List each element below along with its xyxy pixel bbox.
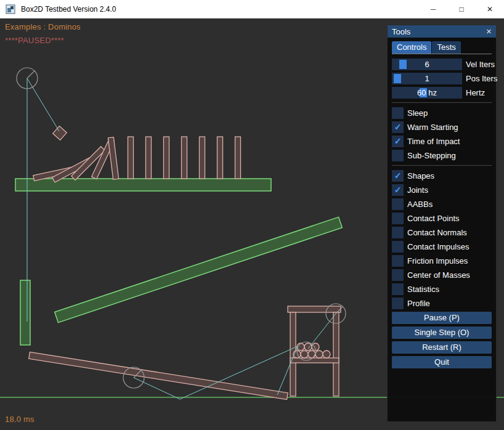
slider-label: Vel Iters <box>466 60 495 69</box>
checkbox-center-of-masses[interactable]: ✓ Center of Masses <box>392 269 492 281</box>
quit-button[interactable]: Quit <box>392 356 492 368</box>
bottom-plank <box>29 352 288 399</box>
domino <box>235 137 241 179</box>
checkbox-contact-normals[interactable]: ✓ Contact Normals <box>392 227 492 238</box>
checkbox-sub-stepping[interactable]: ✓ Sub-Stepping <box>392 150 492 161</box>
checkbox-label: Contact Normals <box>407 228 467 237</box>
checkbox-contact-impulses[interactable]: ✓ Contact Impulses <box>392 241 492 253</box>
checkbox-friction-impulses[interactable]: ✓ Friction Impulses <box>392 255 492 267</box>
example-label: Examples : Dominos <box>5 22 81 31</box>
checkbox-box[interactable]: ✓ <box>392 298 404 309</box>
domino <box>217 137 223 179</box>
slider-row-pos-iters: 1 Pos Iters <box>392 73 492 84</box>
checkbox-label: Joints <box>407 185 428 195</box>
tab-tests[interactable]: Tests <box>432 41 460 54</box>
checkbox-label: Warm Starting <box>407 123 458 132</box>
app-icon <box>6 4 15 14</box>
tools-panel-title: Tools <box>392 27 410 36</box>
tools-panel-body: Controls Tests 6 Vel Iters 1 Pos Iters <box>388 38 496 368</box>
checkbox-label: Contact Impulses <box>407 242 469 251</box>
separator <box>392 165 492 166</box>
checkbox-label: Sleep <box>407 108 428 118</box>
simulation-canvas[interactable]: Examples : Dominos ****PAUSED**** 18.0 m… <box>0 18 504 430</box>
panel-close-icon[interactable]: ✕ <box>486 28 492 36</box>
pos-iters-slider[interactable]: 1 <box>392 73 462 84</box>
checkbox-box[interactable]: ✓ <box>392 283 404 295</box>
window-title: Box2D Testbed Version 2.4.0 <box>21 5 116 14</box>
hertz-slider[interactable]: 60 hz <box>392 87 462 99</box>
domino <box>128 137 134 179</box>
checkbox-box[interactable]: ✓ <box>392 227 404 238</box>
slider-value: 6 <box>392 59 462 70</box>
frame-time-label: 18.0 ms <box>5 415 35 424</box>
checkbox-sleep[interactable]: ✓ Sleep <box>392 107 492 119</box>
domino <box>164 137 169 179</box>
domino <box>108 137 118 180</box>
checkbox-contact-points[interactable]: ✓ Contact Points <box>392 213 492 224</box>
ball <box>304 343 312 351</box>
checkbox-shapes[interactable]: ✓ Shapes <box>392 170 492 182</box>
vel-iters-slider[interactable]: 6 <box>392 59 462 70</box>
single-step-button[interactable]: Single Step (O) <box>392 327 492 339</box>
checkbox-box[interactable]: ✓ <box>392 241 404 253</box>
frame-right-post <box>333 312 339 396</box>
dynamic-bodies <box>29 126 341 400</box>
tools-panel-titlebar[interactable]: Tools ✕ <box>388 25 496 38</box>
close-button[interactable]: ✕ <box>476 0 504 18</box>
domino <box>200 137 205 179</box>
checkbox-box[interactable]: ✓ <box>392 170 404 182</box>
window-titlebar[interactable]: Box2D Testbed Version 2.4.0 ─ □ ✕ <box>0 0 504 18</box>
slider-row-vel-iters: 6 Vel Iters <box>392 59 492 70</box>
checkbox-box[interactable]: ✓ <box>392 255 404 267</box>
checkbox-label: AABBs <box>407 200 433 209</box>
checkbox-box[interactable]: ✓ <box>392 136 404 147</box>
checkbox-box[interactable]: ✓ <box>392 121 404 133</box>
slider-row-hertz: 60 hz Hertz <box>392 87 492 99</box>
tab-controls[interactable]: Controls <box>392 41 431 54</box>
checkbox-label: Shapes <box>407 171 434 181</box>
tab-bar: Controls Tests <box>392 41 492 54</box>
frame-top-bar <box>288 306 341 312</box>
checkbox-label: Statistics <box>407 285 439 294</box>
maximize-button[interactable]: □ <box>447 0 476 18</box>
check-icon: ✓ <box>394 136 402 147</box>
separator <box>392 102 492 103</box>
checkbox-profile[interactable]: ✓ Profile <box>392 298 492 309</box>
checkbox-box[interactable]: ✓ <box>392 269 404 281</box>
window-controls: ─ □ ✕ <box>419 0 504 18</box>
checkbox-label: Sub-Stepping <box>407 151 456 160</box>
checkbox-box[interactable]: ✓ <box>392 198 404 210</box>
checkbox-label: Time of Impact <box>407 137 460 146</box>
restart-button[interactable]: Restart (R) <box>392 341 492 354</box>
checkbox-warm-starting[interactable]: ✓ Warm Starting <box>392 121 492 133</box>
sleeping-circles <box>17 68 346 388</box>
checkbox-label: Friction Impulses <box>407 256 468 266</box>
checkbox-box[interactable]: ✓ <box>392 213 404 224</box>
check-icon: ✓ <box>394 170 402 182</box>
minimize-button[interactable]: ─ <box>419 0 447 18</box>
pause-button[interactable]: Pause (P) <box>392 312 492 324</box>
checkbox-box[interactable]: ✓ <box>392 150 404 161</box>
checkbox-label: Contact Points <box>407 214 460 223</box>
checkbox-label: Center of Masses <box>407 270 470 280</box>
checkbox-aabbs[interactable]: ✓ AABBs <box>392 198 492 210</box>
check-icon: ✓ <box>394 121 402 133</box>
checkbox-time-of-impact[interactable]: ✓ Time of Impact <box>392 136 492 147</box>
checkbox-box[interactable]: ✓ <box>392 107 404 119</box>
slider-value: 1 <box>392 73 462 84</box>
checkbox-label: Profile <box>407 299 430 308</box>
domino <box>146 137 152 179</box>
tools-panel: Tools ✕ Controls Tests 6 Vel Iters 1 <box>387 25 497 422</box>
ball <box>315 351 323 358</box>
checkbox-joints[interactable]: ✓ Joints <box>392 184 492 196</box>
checkbox-statistics[interactable]: ✓ Statistics <box>392 283 492 295</box>
slider-label: Pos Iters <box>466 74 497 83</box>
check-icon: ✓ <box>394 184 402 196</box>
pendulum-block <box>53 126 67 140</box>
ball <box>301 351 308 358</box>
ball <box>308 351 315 358</box>
frame-shelf <box>290 358 339 363</box>
vertical-post <box>20 280 30 345</box>
paused-label: ****PAUSED**** <box>5 36 64 45</box>
checkbox-box[interactable]: ✓ <box>392 184 404 196</box>
